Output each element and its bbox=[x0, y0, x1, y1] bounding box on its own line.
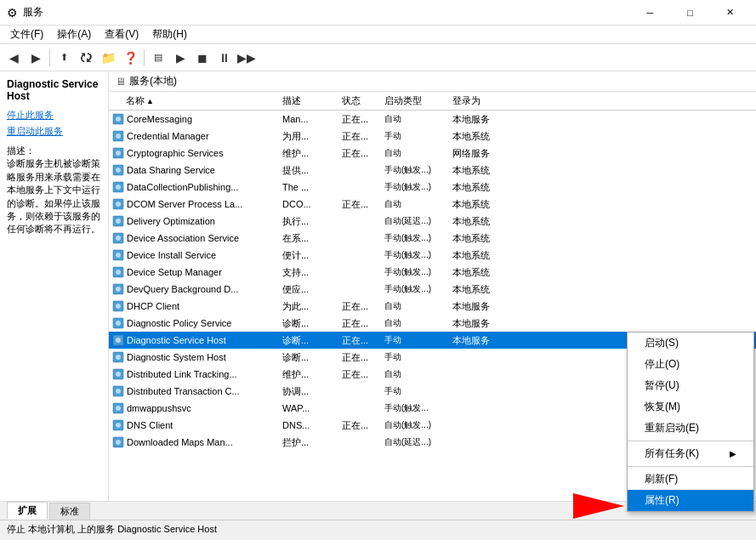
row-logon: 网络服务 bbox=[449, 147, 526, 160]
service-icon bbox=[112, 300, 124, 312]
context-menu-item[interactable]: 所有任务(K)▶ bbox=[628, 443, 753, 464]
toolbar-back[interactable]: ◀ bbox=[3, 48, 24, 68]
row-status: 正在... bbox=[338, 130, 381, 143]
context-menu-item[interactable]: 属性(R) bbox=[628, 490, 753, 511]
toolbar-help[interactable]: ❓ bbox=[120, 48, 140, 68]
table-row[interactable]: Diagnostic Policy Service 诊断... 正在... 自动… bbox=[109, 315, 756, 332]
address-text: 服务(本地) bbox=[129, 74, 177, 88]
menu-bar: 文件(F) 操作(A) 查看(V) 帮助(H) bbox=[0, 26, 756, 44]
row-logon: 本地服务 bbox=[449, 300, 526, 313]
table-row[interactable]: Device Setup Manager 支持... 手动(触发...) 本地系… bbox=[109, 264, 756, 281]
toolbar-play[interactable]: ▶ bbox=[170, 48, 190, 68]
context-menu[interactable]: 启动(S)停止(O)暂停(U)恢复(M)重新启动(E)所有任务(K)▶刷新(F)… bbox=[627, 332, 754, 512]
row-logon: 本地系统 bbox=[449, 164, 526, 177]
service-icon bbox=[112, 198, 124, 210]
svg-point-15 bbox=[116, 236, 121, 241]
stop-service-link[interactable]: 停止此服务 bbox=[7, 109, 101, 122]
row-desc: DCO... bbox=[279, 199, 338, 209]
table-row[interactable]: Cryptographic Services 维护... 正在... 自动 网络… bbox=[109, 145, 756, 162]
row-desc: 在系... bbox=[279, 232, 338, 245]
left-panel-title: Diagnostic Service Host bbox=[7, 78, 101, 102]
row-startup: 自动 bbox=[381, 300, 449, 312]
row-logon: 本地系统 bbox=[449, 283, 526, 296]
row-logon: 本地系统 bbox=[449, 215, 526, 228]
toolbar-explore[interactable]: 📁 bbox=[98, 48, 118, 68]
col-header-startup[interactable]: 启动类型 bbox=[381, 94, 449, 107]
maximize-button[interactable]: □ bbox=[671, 0, 709, 26]
table-row[interactable]: Delivery Optimization 执行... 自动(延迟...) 本地… bbox=[109, 213, 756, 230]
table-row[interactable]: Data Sharing Service 提供... 手动(触发...) 本地系… bbox=[109, 162, 756, 179]
row-desc: 便应... bbox=[279, 283, 338, 296]
tab-standard[interactable]: 标准 bbox=[49, 503, 90, 520]
menu-view[interactable]: 查看(V) bbox=[98, 26, 145, 43]
row-status: 正在... bbox=[338, 113, 381, 126]
status-bar: 停止 本地计算机 上的服务 Diagnostic Service Host bbox=[0, 520, 756, 538]
service-icon bbox=[112, 113, 124, 125]
toolbar-refresh[interactable]: 🗘 bbox=[76, 48, 96, 68]
row-desc: 诊断... bbox=[279, 334, 338, 347]
row-logon: 本地服务 bbox=[449, 113, 526, 126]
toolbar-pause[interactable]: ⏸ bbox=[214, 48, 235, 68]
row-startup: 自动(触发...) bbox=[381, 419, 449, 431]
row-startup: 自动(延迟...) bbox=[381, 215, 449, 227]
row-desc: DNS... bbox=[279, 420, 338, 430]
table-row[interactable]: Device Association Service 在系... 手动(触发..… bbox=[109, 230, 756, 247]
toolbar-forward[interactable]: ▶ bbox=[26, 48, 46, 68]
menu-help[interactable]: 帮助(H) bbox=[145, 26, 194, 43]
table-row[interactable]: Credential Manager 为用... 正在... 手动 本地系统 bbox=[109, 128, 756, 145]
context-menu-item[interactable]: 暂停(U) bbox=[628, 375, 753, 396]
left-panel: Diagnostic Service Host 停止此服务 重启动此服务 描述：… bbox=[0, 71, 109, 501]
row-desc: 诊断... bbox=[279, 351, 338, 364]
submenu-arrow-icon: ▶ bbox=[730, 449, 736, 458]
context-menu-item[interactable]: 停止(O) bbox=[628, 354, 753, 375]
row-startup: 自动 bbox=[381, 147, 449, 159]
service-icon bbox=[112, 164, 124, 176]
row-name: DevQuery Background D... bbox=[109, 283, 279, 295]
context-menu-item[interactable]: 启动(S) bbox=[628, 333, 753, 354]
table-row[interactable]: DCOM Server Process La... DCO... 正在... 自… bbox=[109, 196, 756, 213]
service-icon bbox=[112, 232, 124, 244]
table-row[interactable]: DevQuery Background D... 便应... 手动(触发...)… bbox=[109, 281, 756, 298]
tab-extended[interactable]: 扩展 bbox=[7, 502, 48, 520]
row-name: Device Association Service bbox=[109, 232, 279, 244]
row-status: 正在... bbox=[338, 147, 381, 160]
close-button[interactable]: ✕ bbox=[711, 0, 749, 26]
row-status: 正在... bbox=[338, 351, 381, 364]
table-header[interactable]: 名称 ▲ 描述 状态 启动类型 登录为 bbox=[109, 92, 756, 111]
context-menu-item[interactable]: 恢复(M) bbox=[628, 396, 753, 418]
row-logon: 本地服务 bbox=[449, 334, 526, 347]
col-header-name[interactable]: 名称 ▲ bbox=[109, 94, 279, 107]
context-menu-separator bbox=[628, 441, 753, 441]
table-row[interactable]: DataCollectionPublishing... The ... 手动(触… bbox=[109, 179, 756, 196]
row-name: Distributed Transaction C... bbox=[109, 385, 279, 397]
table-row[interactable]: CoreMessaging Man... 正在... 自动 本地服务 bbox=[109, 111, 756, 128]
col-header-desc[interactable]: 描述 bbox=[279, 94, 338, 107]
restart-service-link[interactable]: 重启动此服务 bbox=[7, 125, 101, 138]
col-header-status[interactable]: 状态 bbox=[338, 94, 381, 107]
svg-point-31 bbox=[116, 372, 121, 377]
row-logon: 本地系统 bbox=[449, 181, 526, 194]
row-startup: 手动(触发...) bbox=[381, 232, 449, 244]
row-startup: 自动(延迟...) bbox=[381, 436, 449, 448]
svg-point-27 bbox=[116, 338, 121, 343]
row-name: DataCollectionPublishing... bbox=[109, 181, 279, 193]
service-icon bbox=[112, 436, 124, 448]
context-menu-item[interactable]: 刷新(F) bbox=[628, 469, 753, 490]
table-row[interactable]: Device Install Service 便计... 手动(触发...) 本… bbox=[109, 247, 756, 264]
row-startup: 自动 bbox=[381, 198, 449, 210]
col-header-logon[interactable]: 登录为 bbox=[449, 94, 526, 107]
toolbar-export[interactable]: ▤ bbox=[148, 48, 168, 68]
row-desc: WAP... bbox=[279, 403, 338, 413]
context-menu-separator bbox=[628, 466, 753, 467]
row-logon: 本地系统 bbox=[449, 266, 526, 279]
toolbar-resume[interactable]: ▶▶ bbox=[236, 48, 257, 68]
menu-action[interactable]: 操作(A) bbox=[50, 26, 98, 43]
window-title: 服务 bbox=[23, 5, 43, 20]
toolbar-up[interactable]: ⬆ bbox=[54, 48, 74, 68]
service-icon bbox=[112, 419, 124, 431]
minimize-button[interactable]: ─ bbox=[631, 0, 669, 26]
context-menu-item[interactable]: 重新启动(E) bbox=[628, 418, 753, 439]
menu-file[interactable]: 文件(F) bbox=[3, 26, 50, 43]
toolbar-stop[interactable]: ◼ bbox=[192, 48, 213, 68]
table-row[interactable]: DHCP Client 为此... 正在... 自动 本地服务 bbox=[109, 298, 756, 315]
